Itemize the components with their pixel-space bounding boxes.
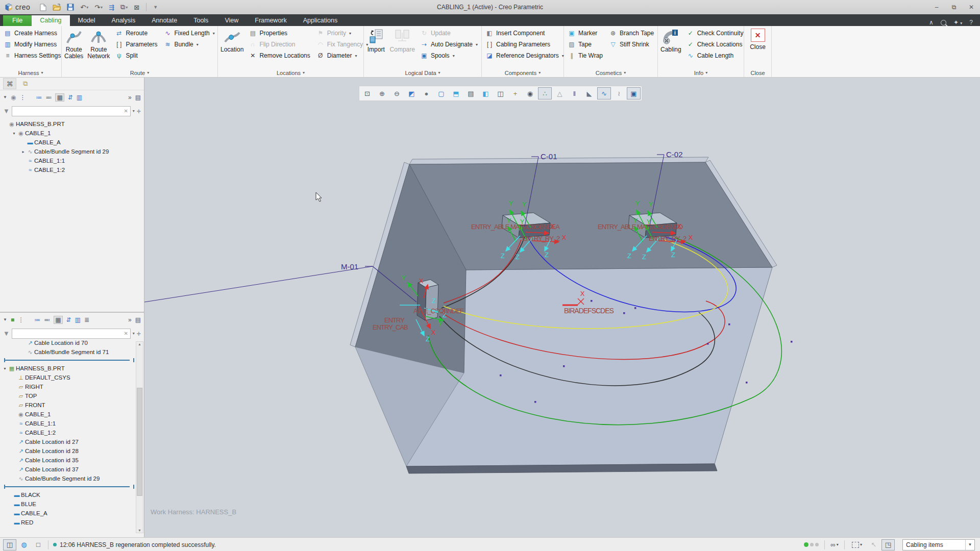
tree-row[interactable]: ↗Cable Location id 70 — [0, 338, 134, 347]
collapse-icon[interactable]: ▾ — [2, 366, 8, 371]
undo-button[interactable]: ↶▾ — [79, 3, 90, 12]
insert-component-button[interactable]: ◧Insert Component — [484, 29, 565, 37]
graphics-viewport[interactable]: YY YY XX ZZZ — [144, 78, 980, 537]
fix-tangency-button[interactable]: ◠Fix Tangency▾ — [315, 40, 370, 48]
tab-annotate[interactable]: Annotate — [143, 15, 185, 26]
rotate-center-icon[interactable]: ◣ — [582, 87, 596, 99]
blank-window-icon[interactable]: □ — [32, 539, 45, 550]
bundle-button[interactable]: ≋Bundle▾ — [162, 40, 215, 48]
modify-harness-button[interactable]: ▥Modify Harness — [3, 40, 62, 48]
redo-button[interactable]: ↷▾ — [93, 3, 104, 12]
scroll-down-arrow[interactable]: ▼ — [138, 529, 141, 532]
tree-row[interactable]: ◉CABLE_1 — [0, 410, 134, 419]
find-binoculars-icon[interactable]: ∞▾ — [828, 539, 841, 550]
group-label-locations[interactable]: Locations▾ — [218, 68, 363, 77]
tree-list-icon[interactable]: ≕ — [45, 94, 52, 101]
tab-cabling[interactable]: Cabling — [32, 15, 69, 26]
tree-row[interactable]: ∿Cable/Bundle Segment id 71 — [0, 347, 134, 357]
compare-button[interactable]: Compare — [390, 28, 415, 53]
tree-indent-icon[interactable]: ≔ — [34, 316, 40, 323]
web-browser-icon[interactable]: ◍ — [17, 539, 31, 550]
3d-model-canvas[interactable]: YY YY XX ZZZ — [144, 78, 980, 537]
overflow-chevrons-icon[interactable]: » — [128, 94, 132, 101]
navigator-toggle-icon[interactable]: ◫ — [3, 539, 16, 550]
window-display-button[interactable]: ⧉▾ — [119, 3, 129, 12]
tab-applications[interactable]: Applications — [295, 15, 346, 26]
undo-dropdown[interactable]: ▾ — [86, 5, 88, 10]
restore-button[interactable]: ⧉ — [945, 1, 963, 14]
datum-display-icon[interactable]: + — [508, 87, 522, 99]
filter-text-input[interactable] — [14, 330, 124, 337]
remove-locations-button[interactable]: ✕Remove Locations — [248, 52, 311, 60]
tree-row[interactable]: ↗Cable Location id 35 — [0, 456, 134, 465]
tab-analysis[interactable]: Analysis — [104, 15, 144, 26]
scrollbar-thumb[interactable] — [137, 388, 142, 496]
tree-expand-dropdown[interactable]: ▼ — [3, 95, 7, 99]
tree-expand-dropdown[interactable]: ▼ — [3, 317, 7, 322]
tree-row[interactable]: ▾▦HARNESS_B.PRT — [0, 364, 134, 373]
clear-filter-icon[interactable]: ✕ — [124, 108, 128, 114]
group-label-components[interactable]: Components▾ — [482, 68, 564, 77]
tree-row[interactable]: ↗Cable Location id 37 — [0, 465, 134, 474]
add-filter-icon[interactable]: + — [137, 107, 141, 115]
route-network-button[interactable]: Route Network — [87, 28, 110, 60]
layers-icon[interactable]: ≣ — [84, 316, 89, 323]
add-filter-icon[interactable]: + — [137, 330, 141, 338]
save-button[interactable] — [65, 3, 76, 11]
group-label-harness[interactable]: Harness▾ — [0, 68, 61, 77]
cable-length-button[interactable]: ∿Cable Length — [685, 52, 745, 60]
tree-row[interactable]: ↗Cable Location id 27 — [0, 437, 134, 446]
harness-settings-button[interactable]: ≡Harness Settings — [3, 52, 62, 60]
reroute-button[interactable]: ⇄Reroute — [114, 29, 158, 37]
tab-view[interactable]: View — [216, 15, 247, 26]
group-label-logical-data[interactable]: Logical Data▾ — [364, 68, 481, 77]
pause-icon[interactable]: ‖ — [568, 87, 581, 99]
designate-display-icon[interactable]: ▣ — [627, 87, 641, 99]
tree-row[interactable]: ≈CABLE_1:1 — [0, 156, 144, 165]
split-button[interactable]: ψSplit — [114, 52, 158, 60]
tree-filter-input-bottom[interactable]: ✕ — [12, 329, 131, 339]
tree-row[interactable]: ↗Cable Location id 28 — [0, 446, 134, 456]
tree-row[interactable]: ◉HARNESS_B.PRT — [0, 119, 144, 129]
minimize-button[interactable]: – — [928, 1, 945, 14]
filter-dropdown-icon[interactable]: ▾ — [133, 109, 135, 113]
cable-display-icon[interactable]: ≀ — [612, 87, 626, 99]
marker-button[interactable]: ▣Marker — [567, 29, 604, 37]
fixed-length-button[interactable]: ∿Fixed Length▾ — [162, 29, 215, 37]
group-label-cosmetics[interactable]: Cosmetics▾ — [564, 68, 657, 77]
check-continuity-button[interactable]: ✓Check Continuity — [685, 29, 745, 37]
close-button[interactable]: ✕ — [963, 1, 980, 14]
tree-report-icon[interactable]: ▥ — [77, 94, 82, 101]
tree-row[interactable]: ∿Cable/Bundle Segment id 29 — [0, 474, 134, 483]
tree-row[interactable]: ⊥DEFAULT_CSYS — [0, 373, 134, 382]
tree-row[interactable]: ≈CABLE_1:1 — [0, 419, 134, 428]
tree-row[interactable]: ▬CABLE_A — [0, 138, 144, 147]
tree-filter-input-top[interactable]: ✕ — [12, 106, 131, 116]
stiff-shrink-button[interactable]: ▽Stiff Shrink — [608, 40, 655, 48]
overflow-chevrons-icon[interactable]: » — [128, 316, 132, 323]
expand-icon[interactable]: ▸ — [20, 149, 26, 154]
tree-filter-icon[interactable]: ⇵ — [68, 94, 73, 101]
tape-button[interactable]: ▨Tape — [567, 40, 604, 48]
regenerate-button[interactable]: ⇶ — [107, 3, 116, 12]
learning-center-button[interactable]: ✦ ▾ — [953, 19, 962, 26]
spline-display-icon[interactable]: ∿ — [597, 87, 611, 99]
graph-display-icon[interactable]: ∴ — [538, 87, 552, 99]
tree-row[interactable]: ▱TOP — [0, 391, 134, 400]
reference-designators-button[interactable]: ◪Reference Designators▾ — [484, 52, 565, 60]
display-style-icon[interactable]: ▢ — [434, 87, 448, 99]
selection-filter-dropdown-icon[interactable]: ▼ — [965, 540, 974, 550]
tree-list-icon[interactable]: ≕ — [44, 316, 50, 323]
tree-columns-icon[interactable]: ▦ — [54, 316, 62, 324]
tree-row[interactable]: ▬RED — [0, 518, 134, 527]
box-select-icon[interactable]: ▾ — [848, 539, 866, 550]
selection-filter-combo[interactable]: Cabling items ▼ — [902, 539, 975, 550]
annotation-display-icon[interactable]: ◉ — [523, 87, 537, 99]
section-view-icon[interactable]: ◧ — [479, 87, 493, 99]
tree-row[interactable]: ▱FRONT — [0, 400, 134, 410]
redo-dropdown[interactable]: ▾ — [101, 5, 103, 10]
group-label-info[interactable]: Info▾ — [658, 68, 744, 77]
refit-icon[interactable]: ◩ — [405, 87, 419, 99]
message-area[interactable]: 12:06 HARNESS_B regeneration completed s… — [53, 541, 216, 548]
tree-settings-doc-icon[interactable]: ▤ — [135, 316, 141, 323]
